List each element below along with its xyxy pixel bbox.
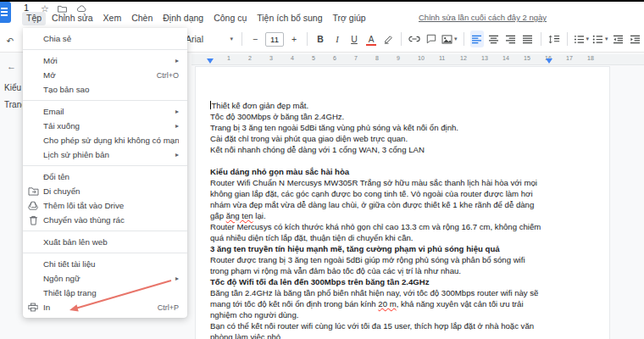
file-menu-item-xuat-ban-len-web[interactable]: Xuất bản lên web [23,235,187,249]
insert-image-button[interactable]: ▾ [441,31,458,47]
ruler-number: 18 [587,55,594,61]
decrease-indent-button[interactable] [612,31,625,47]
doc-heading-line: Kiểu dáng nhỏ gọn màu sắc hài hòa [210,166,594,177]
doc-text-line: quá nhiều diện tích lắp đặt, thuận tiện … [210,232,594,243]
menubar-item-chen[interactable]: Chèn [127,12,157,25]
file-menu-item-di-chuyen[interactable]: Di chuyển [23,184,187,198]
insert-link-icon[interactable] [408,31,421,47]
last-edited-link[interactable]: Chỉnh sửa lần cuối cách đây 2 ngày [419,13,547,22]
menu-divider [23,231,187,231]
file-menu-item-chia-se[interactable]: Chia sẻ [23,31,187,46]
menu-item-label: Tải xuống [43,121,169,131]
text-run: , khả năng xuyên vật cản tối ưu trải [397,299,524,308]
ruler-number: 7 [354,55,358,61]
file-menu-item-email[interactable]: Email▸ [23,104,187,119]
doc-text-line: Trang bị 3 ăng ten ngoài 5dBi tăng vùng … [210,122,594,133]
line-spacing-button[interactable] [547,31,561,47]
doc-heading-line: Tốc độ Wifi tối đa lên đến 300Mbps trên … [210,276,594,287]
menu-item-label: In [43,303,151,312]
menu-item-label: Tạo bản sao [43,85,179,94]
menu-item-label: Thiết lập trang [43,288,179,297]
outline-item[interactable]: Kiểu [4,83,21,92]
outline-item[interactable]: Trang [4,100,22,109]
file-menu-item-thiet-lap-trang[interactable]: Thiết lập trang [23,286,187,300]
back-arrow-icon[interactable]: ← [7,61,16,71]
file-menu-item-su-dung-khong-mang[interactable]: Cho phép sử dụng khi không có mạng [23,133,187,147]
spellcheck-word: ăng ten [226,211,253,220]
ruler-number: 11 [439,55,445,61]
ruler-number: 12 [460,55,467,61]
file-menu-item-them-loi-tat-vao-drive[interactable]: Thêm lối tắt vào Drive [23,198,187,213]
ruler-number: 8 [375,55,379,61]
font-family-value: Arial [186,34,203,44]
decrease-font-size-button[interactable]: − [248,31,262,47]
menu-item-label: Di chuyển [43,186,179,196]
highlight-color-button[interactable] [381,31,395,47]
menu-item-label: Đổi tên [43,172,179,181]
file-menu-item-in[interactable]: InCtrl+P [23,300,187,314]
file-menu-item-mo[interactable]: MởCtrl+O [23,68,187,82]
doc-text-line: Router được trang bị 3 ăng ten ngoài 5dB… [210,254,594,265]
menu-item-label: Cho phép sử dụng khi không có mạng [43,136,179,145]
bulleted-list-button[interactable]: ▾ [592,31,608,47]
add-comment-icon[interactable] [425,31,438,47]
indent-marker-left[interactable] [207,58,214,67]
text-color-button[interactable]: A [364,31,378,47]
top-border-strip [0,0,644,2]
drive-icon [23,201,43,210]
document-text[interactable]: Thiết kế đơn giản đẹp mắt.Tốc độ 300Mbps… [210,100,594,339]
ruler-number: 2 [248,55,252,61]
undo-icon[interactable]: ↶ [3,32,17,49]
justify-button[interactable] [521,31,535,47]
menubar-item-tien-ich-bo-sung[interactable]: Tiện ích bổ sung [253,12,326,25]
file-menu-item-chuyen-vao-thung-rac[interactable]: Chuyển vào thùng rác [23,213,187,227]
text-color-swatch [366,44,376,47]
align-right-button[interactable] [504,31,518,47]
doc-text-line [210,155,594,166]
menubar-item-xem[interactable]: Xem [99,12,126,25]
menubar-item-cong-cu[interactable]: Công cụ [209,12,251,25]
align-left-button[interactable] [470,31,484,47]
ruler-number: 5 [312,55,315,61]
toolbar-divider [401,32,402,46]
menubar-item-chinh-sua[interactable]: Chỉnh sửa [47,12,97,25]
underline-button[interactable]: U [347,31,361,47]
font-family-select[interactable]: Arial▾ [183,31,236,47]
file-menu-item-doi-ten[interactable]: Đổi tên [23,170,187,184]
increase-indent-button[interactable] [629,31,642,47]
doc-text-line: Băng tần 2.4GHz là băng tần phổ biến nhấ… [210,287,594,298]
align-center-button[interactable] [487,31,501,47]
file-menu-item-lich-su-phien-ban[interactable]: Lịch sử phiên bản▸ [23,147,187,162]
ruler-number: 9 [397,55,400,61]
menubar-item-tep[interactable]: Tệp [22,12,46,25]
folder-move-icon [23,186,43,196]
google-docs-logo-icon[interactable] [0,2,11,23]
indent-marker-right[interactable] [546,58,552,67]
ruler-number: 3 [269,55,273,61]
printer-icon [23,303,43,312]
file-menu-item-moi[interactable]: Mới▸ [23,53,187,68]
doc-text-line: trong phạm vi rộng mà vẫn đảm bảo tốc độ… [210,265,594,276]
outline-pane: ← KiểuTrang [0,53,22,339]
menubar-item-dinh-dang[interactable]: Định dạng [158,12,208,25]
file-menu-item-tai-xuong[interactable]: Tải xuống▸ [23,119,187,133]
file-menu-item-chi-tiet-tai-lieu[interactable]: Chi tiết tài liệu [23,257,187,271]
font-size-input[interactable]: 11 [265,32,284,47]
doc-text-line: Kết nối nhanh chóng dễ dàng với 1 cổng W… [210,144,594,155]
ruler-number: 14 [502,55,509,61]
file-menu-item-ngon-ngu[interactable]: Ngôn ngữ▸ [23,271,187,286]
increase-font-size-button[interactable]: + [287,31,301,47]
ruler-number: 6 [333,55,336,61]
horizontal-ruler[interactable]: 123456789101112131415161718 [192,54,644,65]
numbered-list-button[interactable]: ▾ [574,31,590,47]
doc-text-line: Router Wifi Chuẩn N Mercusys MW305R Trắn… [210,177,594,188]
italic-button[interactable]: I [330,31,344,47]
bold-button[interactable]: B [314,31,327,47]
file-menu-item-tao-ban-sao[interactable]: Tạo bản sao [23,82,187,97]
text-run: mang tới tốc độ kết nối ổn định trong bá… [210,299,378,308]
menu-item-label: Chia sẻ [43,34,179,43]
menu-item-label: Thêm lối tắt vào Drive [43,201,179,210]
document-page[interactable]: Thiết kế đơn giản đẹp mắt.Tốc độ 300Mbps… [195,66,610,339]
menubar-item-tro-giup[interactable]: Trợ giúp [329,12,370,25]
submenu-arrow-icon: ▸ [175,108,179,115]
